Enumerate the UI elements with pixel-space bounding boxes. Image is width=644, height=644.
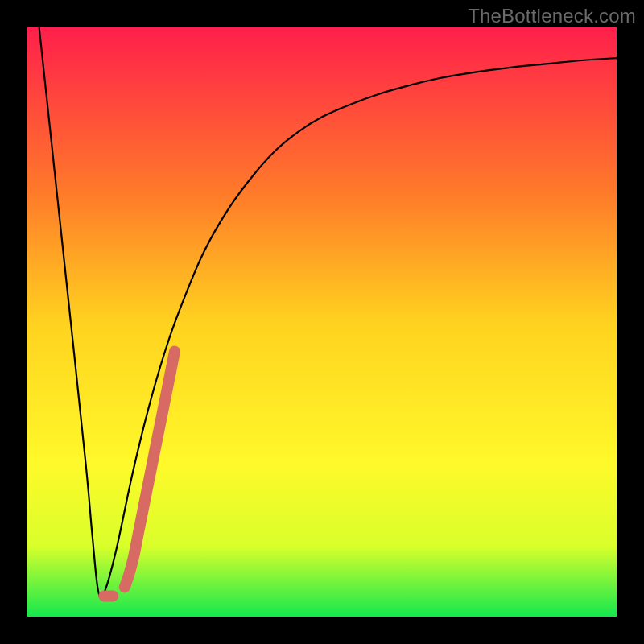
gradient-background — [27, 27, 617, 617]
chart-frame: TheBottleneck.com — [0, 0, 644, 644]
watermark-text: TheBottleneck.com — [468, 5, 636, 27]
plot-area — [27, 27, 617, 617]
chart-svg — [27, 27, 617, 617]
